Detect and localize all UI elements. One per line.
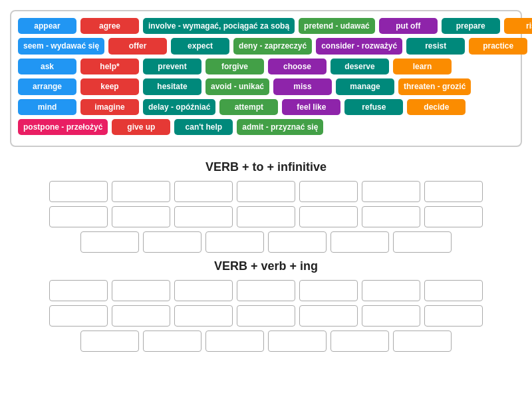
drop-box[interactable] (362, 305, 420, 327)
drop-box[interactable] (299, 206, 358, 227)
drop-row (10, 280, 522, 301)
word-chip[interactable]: mind (18, 99, 76, 115)
drop-box[interactable] (112, 305, 170, 327)
word-bank: appearagreeinvolve - wymagać, pociągać z… (10, 10, 522, 147)
drop-box[interactable] (143, 331, 201, 352)
drop-row (10, 305, 522, 327)
word-chip[interactable]: attempt (219, 99, 278, 115)
drop-box[interactable] (331, 231, 389, 253)
word-chip[interactable]: pretend - udawać (299, 18, 375, 34)
drop-box[interactable] (424, 280, 483, 301)
drop-row (10, 231, 522, 253)
drop-box[interactable] (174, 206, 233, 227)
word-chip[interactable]: appear (18, 18, 76, 34)
word-chip[interactable]: prevent (143, 59, 201, 74)
word-chip[interactable]: learn (393, 59, 452, 74)
word-bank-row: arrangekeephesitateavoid - unikaćmissman… (18, 78, 514, 94)
word-chip[interactable]: involve - wymagać, pociągać za sobą (143, 18, 295, 34)
drop-box[interactable] (424, 206, 483, 227)
word-bank-row: seem - wydawać sięofferexpectdeny - zapr… (18, 38, 514, 54)
section-title-0: VERB + to + infinitive (10, 160, 522, 174)
word-bank-row: mindimaginedelay - opóźniaćattemptfeel l… (18, 99, 514, 115)
drop-box[interactable] (331, 331, 389, 352)
word-chip[interactable]: agree (80, 18, 139, 34)
drop-box[interactable] (393, 331, 452, 352)
drop-box[interactable] (143, 231, 201, 253)
word-chip[interactable]: miss (273, 78, 332, 94)
word-chip[interactable]: seem - wydawać się (18, 38, 104, 54)
word-bank-row: askhelp*preventforgivechoosedeservelearn (18, 59, 514, 74)
word-chip[interactable]: admit - przyznać się (237, 119, 323, 135)
drop-box[interactable] (362, 181, 420, 202)
drop-box[interactable] (205, 331, 264, 352)
drop-box[interactable] (362, 280, 420, 301)
drop-box[interactable] (268, 231, 327, 253)
drop-box[interactable] (237, 280, 295, 301)
word-chip[interactable]: choose (268, 59, 327, 74)
drop-box[interactable] (174, 280, 233, 301)
drop-area-1 (10, 280, 522, 352)
word-chip[interactable]: can't help (174, 119, 233, 135)
word-chip[interactable]: resist (406, 38, 465, 54)
word-chip[interactable]: forgive (205, 59, 264, 74)
word-chip[interactable]: deny - zaprzeczyć (233, 38, 312, 54)
drop-box[interactable] (424, 181, 483, 202)
word-chip[interactable]: delay - opóźniać (143, 99, 215, 115)
sections-container: VERB + to + infinitiveVERB + verb + ing (10, 160, 522, 352)
word-bank-row: appearagreeinvolve - wymagać, pociągać z… (18, 18, 514, 34)
drop-box[interactable] (112, 181, 170, 202)
drop-box[interactable] (49, 280, 108, 301)
drop-row (10, 331, 522, 352)
drop-box[interactable] (299, 181, 358, 202)
drop-box[interactable] (362, 206, 420, 227)
drop-box[interactable] (299, 305, 358, 327)
word-chip[interactable]: help* (80, 59, 139, 74)
word-chip[interactable]: deserve (331, 59, 389, 74)
drop-box[interactable] (237, 206, 295, 227)
word-chip[interactable]: prepare (442, 18, 500, 34)
drop-box[interactable] (174, 305, 233, 327)
drop-box[interactable] (49, 181, 108, 202)
word-chip[interactable]: decide (407, 99, 466, 115)
drop-box[interactable] (49, 305, 108, 327)
word-chip[interactable]: refuse (344, 99, 403, 115)
drop-row (10, 206, 522, 227)
drop-box[interactable] (268, 331, 327, 352)
word-chip[interactable]: give up (112, 119, 170, 135)
drop-box[interactable] (174, 181, 233, 202)
drop-box[interactable] (299, 280, 358, 301)
drop-area-0 (10, 181, 522, 253)
word-chip[interactable]: avoid - unikać (205, 78, 269, 94)
word-chip[interactable]: threaten - grozić (398, 78, 471, 94)
drop-box[interactable] (237, 181, 295, 202)
drop-box[interactable] (112, 206, 170, 227)
word-chip[interactable]: arrange (18, 78, 76, 94)
word-chip[interactable]: expect (171, 38, 229, 54)
drop-row (10, 181, 522, 202)
word-chip[interactable]: keep (80, 78, 139, 94)
word-chip[interactable]: ask (18, 59, 76, 74)
word-chip[interactable]: risk (504, 18, 532, 34)
word-chip[interactable]: feel like (282, 99, 340, 115)
word-chip[interactable]: imagine (80, 99, 139, 115)
drop-box[interactable] (237, 305, 295, 327)
word-chip[interactable]: consider - rozważyć (316, 38, 402, 54)
word-chip[interactable]: postpone - przełożyć (18, 119, 108, 135)
section-title-1: VERB + verb + ing (10, 259, 522, 273)
drop-box[interactable] (80, 231, 139, 253)
drop-box[interactable] (424, 305, 483, 327)
word-chip[interactable]: offer (108, 38, 167, 54)
word-chip[interactable]: put off (379, 18, 438, 34)
drop-box[interactable] (112, 280, 170, 301)
drop-box[interactable] (80, 331, 139, 352)
drop-box[interactable] (393, 231, 452, 253)
word-bank-row: postpone - przełożyćgive upcan't helpadm… (18, 119, 514, 135)
drop-box[interactable] (49, 206, 108, 227)
word-chip[interactable]: manage (336, 78, 394, 94)
word-chip[interactable]: practice (469, 38, 527, 54)
drop-box[interactable] (205, 231, 264, 253)
word-chip[interactable]: hesitate (143, 78, 201, 94)
